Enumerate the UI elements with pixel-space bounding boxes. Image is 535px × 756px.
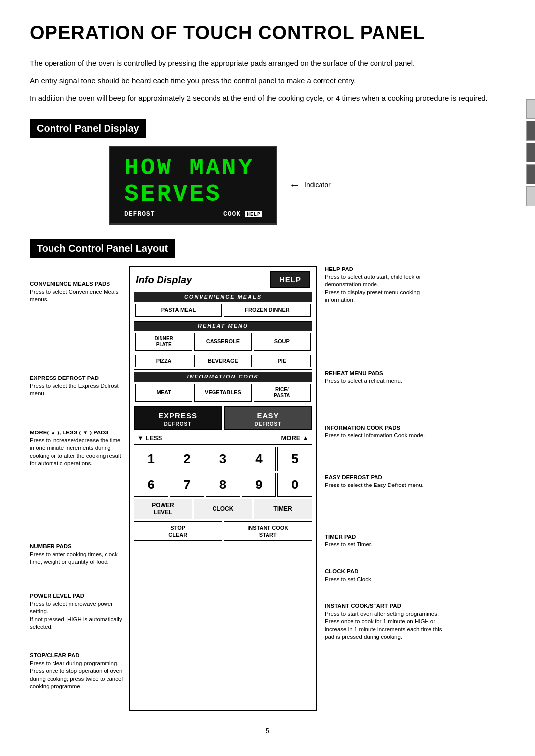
ann-easy-defrost: EASY DEFROST PAD Press to select the Eas… [325,474,439,489]
ann-timer-pad: TIMER PAD Press to set Timer. [325,533,439,548]
pasta-meal-button[interactable]: PASTA MEAL [135,304,222,316]
ann-reheat-menu-pads: REHEAT MENU PADS Press to select a rehea… [325,370,439,385]
lcd-line2: SERVES [124,181,262,208]
ann-power-level: POWER LEVEL PAD Press to select microwav… [30,593,126,631]
num-9-button[interactable]: 9 [242,473,276,497]
info-cook-title: INFORMATION COOK [134,372,312,381]
intro-paragraph-2: An entry signal tone should be heard eac… [30,75,505,86]
ann-help-pad-title: HELP PAD [325,266,439,273]
power-level-button[interactable]: POWERLEVEL [134,499,192,519]
easy-label: EASY [227,410,309,421]
defrost2-label: DEFROST [227,421,309,428]
ann-instant-cook-text: Press to start oven after setting progra… [325,610,449,641]
instant-cook-start-button[interactable]: INSTANT COOKSTART [224,521,313,541]
pizza-button[interactable]: PIZZA [135,355,192,367]
dinner-plate-button[interactable]: DINNERPLATE [135,333,192,351]
ann-exp-defrost-text: Press to select the Express Defrost menu… [30,382,126,398]
num-1-button[interactable]: 1 [134,447,168,471]
lcd-screen: HOW MANY SERVES DEFROST COOK HELP [109,146,277,225]
num-0-button[interactable]: 0 [277,473,312,497]
casserole-button[interactable]: CASSEROLE [194,333,251,351]
frozen-dinner-button[interactable]: FROZEN DINNER [224,304,311,316]
ann-num-pads-title: NUMBER PADS [30,543,126,551]
ann-timer-pad-text: Press to set Timer. [325,541,439,549]
ann-stop-title: STOP/CLEAR PAD [30,652,126,660]
ann-clock-pad: CLOCK PAD Press to set Clock [325,568,439,583]
stop-clear-button[interactable]: STOPCLEAR [134,521,222,541]
ann-reheat-pads-text: Press to select a reheat menu. [325,378,439,385]
indicator-line: ← Indicator [289,178,331,193]
more-label[interactable]: MORE ▲ [281,434,309,443]
num-8-button[interactable]: 8 [206,473,240,497]
num-7-button[interactable]: 7 [170,473,205,497]
ann-help-pad-text: Press to select auto start, child lock o… [325,273,439,304]
pie-button[interactable]: PIE [254,355,311,367]
side-tab-5 [526,186,535,206]
defrost1-label: DEFROST [137,421,219,428]
ann-info-cook-title: INFORMATION COOK PADS [325,424,439,432]
timer-button[interactable]: TIMER [254,499,312,519]
page-number: 5 [30,726,505,736]
control-panel: Info Display HELP CONVENIENCE MEALS PAST… [129,266,317,711]
ann-conv-title: CONVENIENCE MEALS PADS [30,280,126,288]
easy-defrost-btn[interactable]: EASY DEFROST [224,406,312,430]
ann-exp-defrost-title: EXPRESS DEFROST PAD [30,375,126,382]
left-annotations: CONVENIENCE MEALS PADS Press to select C… [30,266,129,711]
express-defrost-btn[interactable]: EXPRESS DEFROST [134,406,222,430]
num-3-button[interactable]: 3 [206,447,240,471]
layout-wrapper: CONVENIENCE MEALS PADS Press to select C… [30,266,505,711]
number-pad: 1 2 3 4 5 6 7 8 9 0 [134,447,312,497]
touch-layout-heading: Touch Control Panel Layout [30,239,175,258]
ann-easy-defrost-text: Press to select the Easy Defrost menu. [325,482,439,489]
side-tab-4 [526,164,535,184]
soup-button[interactable]: SOUP [254,333,311,351]
ann-instant-cook-title: INSTANT COOK/START PAD [325,602,449,610]
ann-clock-pad-title: CLOCK PAD [325,568,439,576]
reheat-menu-row1: DINNERPLATE CASSEROLE SOUP [134,331,312,353]
ann-conv-text: Press to select Convenience Meals menus. [30,288,126,304]
convenience-meals-section: CONVENIENCE MEALS PASTA MEAL FROZEN DINN… [134,292,312,319]
convenience-meals-title: CONVENIENCE MEALS [134,292,312,302]
lcd-cook-label: COOK HELP [223,211,262,217]
num-6-button[interactable]: 6 [134,473,168,497]
ann-convenience-meals: CONVENIENCE MEALS PADS Press to select C… [30,280,126,304]
ann-info-cook-pads: INFORMATION COOK PADS Press to select In… [325,424,439,439]
info-cook-buttons: MEAT VEGETABLES RICE/PASTA [134,382,312,404]
ann-instant-cook: INSTANT COOK/START PAD Press to start ov… [325,602,449,641]
ann-num-pads-text: Press to enter cooking times, clock time… [30,551,126,566]
indicator-label: Indicator [304,180,331,190]
ann-more-less-text: Press to increase/decrease the time in o… [30,437,126,468]
ann-help-pad: HELP PAD Press to select auto start, chi… [325,266,439,304]
side-tab-3 [526,143,535,162]
less-label[interactable]: ▼ LESS [137,434,162,443]
side-tabs [526,99,535,206]
beverage-button[interactable]: BEVERAGE [194,355,251,367]
vegetables-button[interactable]: VEGETABLES [194,384,251,402]
rice-pasta-button[interactable]: RICE/PASTA [254,384,311,402]
right-annotations: HELP PAD Press to select auto start, chi… [317,266,505,711]
express-easy-row: EXPRESS DEFROST EASY DEFROST [134,406,312,430]
num-2-button[interactable]: 2 [170,447,205,471]
ann-number-pads: NUMBER PADS Press to enter cooking times… [30,543,126,566]
intro-paragraph-3: In addition the oven will beep for appro… [30,93,505,103]
meat-button[interactable]: MEAT [135,384,192,402]
control-panel-display-heading: Control Panel Display [30,119,146,138]
ann-timer-pad-title: TIMER PAD [325,533,439,541]
intro-paragraph-1: The operation of the oven is controlled … [30,58,505,68]
help-button[interactable]: HELP [270,271,310,288]
stop-instant-row: STOPCLEAR INSTANT COOKSTART [134,521,312,541]
info-display-label: Info Display [136,273,192,287]
reheat-menu-section: REHEAT MENU DINNERPLATE CASSEROLE SOUP P… [134,321,312,370]
num-4-button[interactable]: 4 [242,447,276,471]
less-more-row: ▼ LESS MORE ▲ [134,432,312,445]
convenience-meals-buttons: PASTA MEAL FROZEN DINNER [134,302,312,318]
ann-reheat-pads-title: REHEAT MENU PADS [325,370,439,378]
ann-stop-text: Press to clear during programming.Press … [30,660,126,691]
power-clock-timer-row: POWERLEVEL CLOCK TIMER [134,499,312,519]
num-5-button[interactable]: 5 [277,447,312,471]
side-tab-2 [526,121,535,141]
clock-button[interactable]: CLOCK [194,499,252,519]
info-cook-section: INFORMATION COOK MEAT VEGETABLES RICE/PA… [134,372,312,404]
express-label: EXPRESS [137,410,219,421]
lcd-help-indicator: HELP [245,211,262,217]
